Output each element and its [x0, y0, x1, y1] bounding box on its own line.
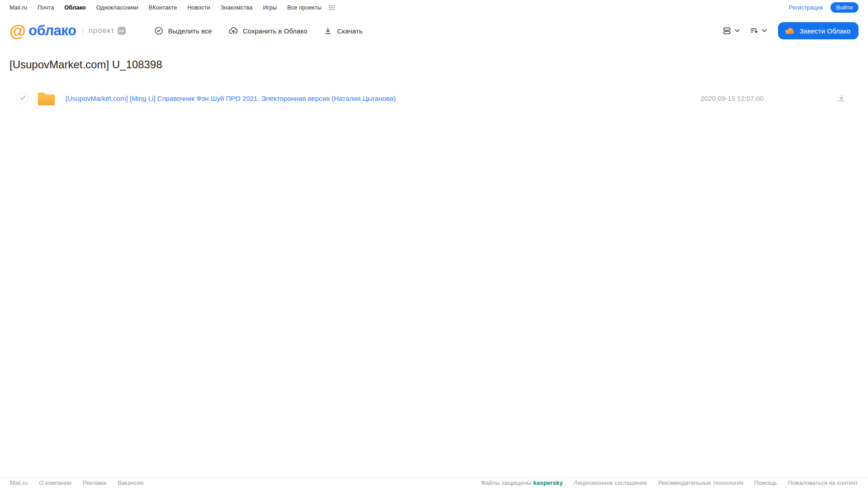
footer-link-license[interactable]: Лицензионное соглашение [574, 479, 647, 486]
create-cloud-label: Завести Облако [800, 27, 850, 35]
create-cloud-button[interactable]: Завести Облако [778, 22, 859, 39]
portal-link-dating[interactable]: Знакомства [220, 4, 252, 11]
list-view-icon [722, 26, 732, 36]
portal-link-mail[interactable]: Почта [38, 4, 54, 11]
portal-link-news[interactable]: Новости [187, 4, 210, 11]
file-date: 2020-09-15 12:07:00 [701, 95, 764, 102]
cloud-header: @ облако | проект VK Выделить все Сохран… [0, 15, 868, 47]
select-all-button[interactable]: Выделить все [154, 26, 212, 36]
cloud-upload-icon [228, 26, 238, 36]
check-circle-icon [154, 26, 164, 36]
page-footer: Mail.ru О компании Реклама Вакансии Файл… [0, 477, 868, 488]
file-row[interactable]: [UsupovMarket.com] [Ming Li] Справочник … [9, 88, 859, 109]
folder-icon [37, 90, 56, 107]
download-icon [323, 26, 332, 35]
cloud-logo[interactable]: @ облако | проект VK [9, 23, 126, 39]
sort-selector[interactable] [748, 24, 768, 38]
footer-link-recommendations[interactable]: Рекомендательные технологии [658, 479, 743, 486]
protected-label: Файлы защищены [481, 479, 531, 486]
mailru-at-icon: @ [9, 23, 26, 39]
login-button[interactable]: Войти [830, 2, 859, 13]
all-projects-grid-icon[interactable] [328, 5, 335, 10]
view-mode-selector[interactable] [721, 24, 741, 38]
download-label: Скачать [337, 27, 362, 35]
footer-link-jobs[interactable]: Вакансии [118, 479, 143, 486]
chevron-down-icon [735, 29, 740, 33]
portal-link-all-projects[interactable]: Все проекты [287, 4, 322, 11]
footer-link-about[interactable]: О компании [39, 479, 71, 486]
portal-link-odnoklassniki[interactable]: Одноклассники [96, 4, 138, 11]
file-name-link[interactable]: [UsupovMarket.com] [Ming Li] Справочник … [66, 95, 701, 102]
footer-left-links: Mail.ru О компании Реклама Вакансии [10, 479, 143, 486]
footer-link-ads[interactable]: Реклама [83, 479, 106, 486]
portal-auth: Регистрация Войти [789, 2, 859, 13]
view-controls: Завести Облако [721, 22, 859, 39]
cloud-logo-text: облако [28, 23, 76, 39]
portal-links: Mail.ru Почта Облако Одноклассники ВКонт… [9, 4, 335, 11]
footer-right-links: Файлы защищены kaspersky Лицензионное со… [481, 479, 858, 486]
page: { "top_nav": { "links": ["Mail.ru", "Поч… [0, 0, 868, 488]
kaspersky-protection: Файлы защищены kaspersky [481, 479, 563, 486]
portal-navbar: Mail.ru Почта Облако Одноклассники ВКонт… [0, 0, 868, 15]
portal-link-vkontakte[interactable]: ВКонтакте [149, 4, 177, 11]
save-to-cloud-button[interactable]: Сохранить в Облако [228, 26, 308, 36]
file-checkbox[interactable] [17, 92, 28, 104]
portal-link-mailru[interactable]: Mail.ru [9, 4, 27, 11]
file-download-icon[interactable] [836, 93, 847, 104]
download-button[interactable]: Скачать [323, 26, 362, 35]
select-all-label: Выделить все [168, 27, 212, 35]
content-area: [UsupovMarket.com] U_108398 [UsupovMarke… [0, 47, 868, 109]
save-to-cloud-label: Сохранить в Облако [243, 27, 308, 35]
footer-link-help[interactable]: Помощь [754, 479, 777, 486]
chevron-down-icon [762, 29, 767, 33]
vk-badge-icon: VK [118, 27, 126, 35]
portal-link-games[interactable]: Игры [263, 4, 277, 11]
footer-link-mailru[interactable]: Mail.ru [10, 479, 28, 486]
registration-link[interactable]: Регистрация [789, 4, 823, 11]
file-toolbar: Выделить все Сохранить в Облако Скачать [154, 26, 363, 36]
portal-link-cloud[interactable]: Облако [64, 4, 86, 11]
footer-link-report[interactable]: Пожаловаться на контент [788, 479, 858, 486]
kaspersky-logo: kaspersky [533, 479, 563, 486]
vk-project-label: проект [89, 26, 115, 35]
logo-divider: | [82, 26, 84, 35]
orange-cloud-icon [784, 26, 795, 35]
sort-icon [749, 26, 759, 36]
page-title: [UsupovMarket.com] U_108398 [9, 58, 859, 71]
